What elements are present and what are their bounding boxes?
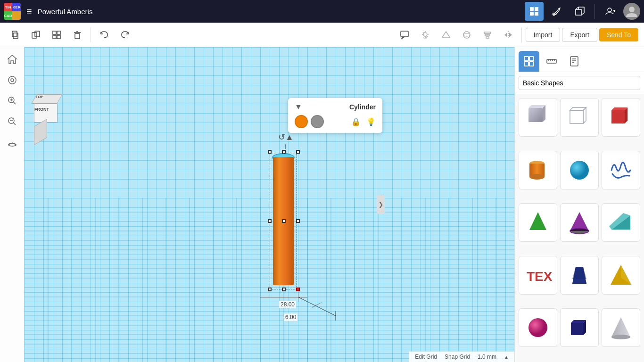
group-btn[interactable]: [47, 25, 66, 44]
zoom-fit-btn[interactable]: [4, 72, 21, 89]
svg-rect-97: [524, 62, 528, 66]
svg-point-35: [463, 33, 470, 36]
tab-notes[interactable]: [564, 51, 585, 72]
svg-rect-37: [485, 34, 490, 36]
svg-rect-36: [484, 32, 491, 33]
hamburger-icon[interactable]: ≡: [26, 6, 32, 17]
svg-line-31: [427, 36, 428, 37]
shape-cube-navy[interactable]: [560, 308, 599, 347]
rotation-handle-line: |: [285, 144, 286, 149]
snap-value-display: 1.0 mm: [478, 354, 496, 360]
sphere-btn[interactable]: [457, 25, 476, 44]
panel-light-icon[interactable]: 💡: [366, 117, 376, 126]
shape-cylinder-orange[interactable]: [519, 151, 557, 189]
svg-rect-95: [524, 57, 528, 61]
dim-label-width: 28.00: [279, 301, 296, 308]
avatar[interactable]: [623, 3, 640, 20]
delete-btn[interactable]: [68, 25, 87, 44]
zoom-out-btn[interactable]: [4, 113, 21, 130]
handle-tc[interactable]: [282, 150, 286, 154]
shapes-dropdown[interactable]: Basic Shapes Text & Numbers Connectors F…: [519, 76, 640, 90]
align-btn[interactable]: [478, 25, 497, 44]
svg-point-142: [611, 335, 630, 339]
handle-br[interactable]: [296, 288, 300, 291]
handle-mc[interactable]: [282, 219, 286, 223]
svg-point-119: [529, 174, 545, 180]
svg-point-136: [528, 318, 547, 337]
svg-rect-38: [486, 37, 489, 38]
tab-grid[interactable]: [519, 51, 539, 72]
shape-sphere-teal[interactable]: [560, 151, 599, 189]
svg-marker-113: [583, 107, 586, 123]
shape-text[interactable]: TEXT: [519, 256, 557, 295]
copy-btn[interactable]: [6, 25, 25, 44]
sendto-btn[interactable]: Send To: [599, 28, 638, 41]
duplicate-btn[interactable]: [26, 25, 45, 44]
grid-view-btn[interactable]: [525, 2, 544, 21]
color-swatch-gray[interactable]: [311, 115, 324, 128]
handle-ml[interactable]: [268, 219, 272, 223]
shapes-header: Basic Shapes Text & Numbers Connectors F…: [515, 72, 644, 94]
app-title: Powerful Amberis: [38, 8, 93, 16]
handle-bl[interactable]: [268, 288, 272, 291]
mirror-btn[interactable]: [499, 25, 518, 44]
right-panel: Basic Shapes Text & Numbers Connectors F…: [514, 47, 644, 362]
comment-btn[interactable]: [395, 25, 414, 44]
panel-lock-icon[interactable]: 🔒: [351, 117, 361, 126]
logo-br: [12, 11, 21, 20]
light-btn[interactable]: [416, 25, 435, 44]
floor-btn[interactable]: [4, 134, 21, 151]
cylinder-panel: ▼ Cylinder 🔒 💡: [288, 98, 382, 133]
tools-btn[interactable]: [547, 2, 566, 21]
shape-box-wire[interactable]: [560, 98, 599, 137]
svg-rect-3: [535, 12, 538, 16]
snap-arrow-icon[interactable]: ▲: [504, 354, 509, 360]
home-btn[interactable]: [4, 51, 21, 68]
svg-rect-99: [547, 59, 556, 63]
svg-marker-141: [611, 317, 630, 337]
svg-rect-0: [530, 7, 534, 11]
shape-box-gray[interactable]: [519, 98, 557, 137]
toolbar-separator-2: [521, 27, 522, 42]
handle-tr[interactable]: [296, 150, 300, 154]
collapse-right-panel-btn[interactable]: ❯: [377, 195, 385, 214]
viewport[interactable]: .grid-h { stroke: rgba(0,140,190,0.4); s…: [25, 47, 514, 362]
shape-pyramid-yellow[interactable]: [602, 256, 640, 295]
panel-collapse-btn[interactable]: ▼: [295, 103, 302, 111]
shape-wedge-teal[interactable]: [602, 203, 640, 242]
svg-marker-33: [442, 32, 450, 37]
export-btn[interactable]: Export: [562, 28, 597, 42]
shape-pyramid-green[interactable]: [519, 203, 557, 242]
undo-btn[interactable]: [95, 25, 114, 44]
svg-marker-42: [8, 55, 17, 64]
shape-cone-purple[interactable]: [560, 203, 599, 242]
zoom-in-btn[interactable]: [4, 92, 21, 109]
shape-sphere-pink[interactable]: [519, 308, 557, 347]
logo[interactable]: TIN KER CAD: [4, 3, 21, 20]
rotation-arrow[interactable]: ↺▲: [278, 132, 294, 142]
right-panel-tabs: [515, 47, 644, 72]
svg-point-34: [463, 32, 470, 38]
import-btn[interactable]: Import: [526, 28, 561, 42]
tab-ruler[interactable]: [541, 51, 562, 72]
svg-marker-109: [528, 105, 545, 108]
add-user-btn[interactable]: [601, 2, 619, 21]
handle-tl[interactable]: [268, 150, 272, 154]
svg-marker-40: [504, 33, 507, 37]
panel-colors: 🔒 💡: [295, 115, 376, 128]
svg-rect-20: [57, 35, 60, 39]
handle-bc[interactable]: [282, 288, 286, 291]
edit-grid-label[interactable]: Edit Grid: [415, 354, 437, 360]
svg-rect-111: [570, 110, 583, 123]
handle-mr[interactable]: [296, 219, 300, 223]
box-btn[interactable]: [570, 2, 589, 21]
left-sidebar: [0, 47, 25, 362]
shape-prism-navy[interactable]: [560, 256, 599, 295]
redo-btn[interactable]: [116, 25, 134, 44]
shape-btn[interactable]: [437, 25, 455, 44]
shape-scribble[interactable]: [602, 151, 640, 189]
shape-cone-gray[interactable]: [602, 308, 640, 347]
svg-point-52: [8, 143, 16, 146]
shape-box-red[interactable]: [602, 98, 640, 137]
color-swatch-orange[interactable]: [295, 115, 308, 128]
